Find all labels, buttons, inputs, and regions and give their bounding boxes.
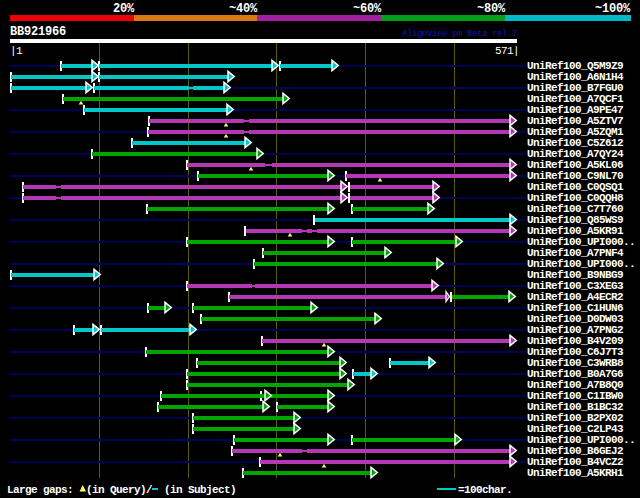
svg-text:Large gaps:: Large gaps: [7,484,73,496]
svg-text:(in Query)/: (in Query)/ [86,484,153,496]
svg-text:UniRef100_A5KRH1: UniRef100_A5KRH1 [527,467,624,479]
svg-text:(in Subject): (in Subject) [164,484,236,496]
svg-text:~80%: ~80% [477,2,506,16]
svg-text:AlignView.pm Beta rel.7: AlignView.pm Beta rel.7 [402,29,517,39]
svg-text:BB921966: BB921966 [10,25,66,39]
svg-text:571|: 571| [495,45,519,57]
svg-text:=100char.: =100char. [458,484,512,496]
svg-text:~60%: ~60% [353,2,382,16]
svg-text:~100%: ~100% [595,2,631,16]
svg-text:20%: 20% [113,2,135,16]
svg-text:~40%: ~40% [229,2,258,16]
svg-text:|1: |1 [10,45,23,57]
